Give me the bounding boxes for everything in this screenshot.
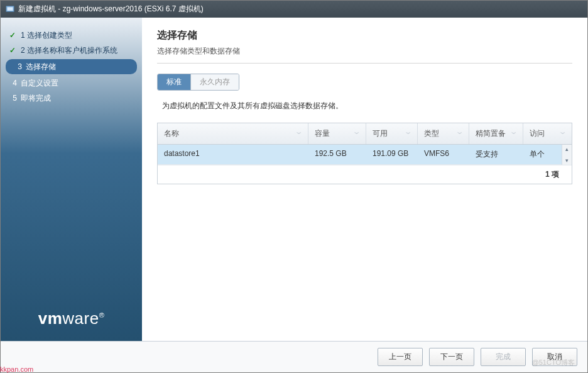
source-watermark: kkpan.com [0,365,33,373]
step-4: 4 自定义设置 [1,75,142,91]
next-button[interactable]: 下一页 [429,348,474,366]
cell-thin: 受支持 [469,145,523,164]
step-label: 自定义设置 [21,78,58,89]
finish-button: 完成 [481,348,526,366]
dialog-footer: 上一页 下一页 完成 取消 @51CTO博客 [1,341,587,372]
table-body: datastore1 192.5 GB 191.09 GB VMFS6 受支持 … [158,145,572,165]
page-title: 选择存储 [157,29,572,42]
step-label: 选择存储 [26,62,56,72]
table-footer: 1 项 [158,165,572,184]
divider [157,63,572,64]
vm-icon [6,5,14,14]
svg-rect-1 [8,7,13,10]
col-header-type[interactable]: 类型﹀ [418,123,469,144]
check-icon: ✓ [8,46,17,55]
scroll-down-icon[interactable]: ▾ [565,157,569,164]
step-label: 选择名称和客户机操作系统 [27,45,117,56]
sidebar: ✓ 1 选择创建类型 ✓ 2 选择名称和客户机操作系统 3 选择存储 4 自定义… [1,18,142,341]
col-header-name[interactable]: 名称﹀ [158,123,308,144]
step-2[interactable]: ✓ 2 选择名称和客户机操作系统 [1,43,142,58]
check-icon: ✓ [8,31,17,40]
cell-type: VMFS6 [418,145,469,164]
dialog-body: ✓ 1 选择创建类型 ✓ 2 选择名称和客户机操作系统 3 选择存储 4 自定义… [1,18,587,341]
scroll-arrows: ▴ ▾ [562,145,572,165]
sort-icon: ﹀ [297,130,302,137]
row-count: 1 项 [545,169,559,180]
step-3-current[interactable]: 3 选择存储 [6,59,137,74]
step-label: 选择创建类型 [27,30,72,41]
col-header-access[interactable]: 访问﹀ [523,123,572,144]
table-row[interactable]: datastore1 192.5 GB 191.09 GB VMFS6 受支持 … [158,145,572,165]
col-header-free[interactable]: 可用﹀ [366,123,418,144]
description-text: 为虚拟机的配置文件及其所有虚拟磁盘选择数据存储。 [162,101,572,111]
table-header: 名称﹀ 容量﹀ 可用﹀ 类型﹀ 精简置备﹀ 访问﹀ [158,123,572,145]
step-5: 5 即将完成 [1,91,142,106]
scroll-up-icon[interactable]: ▴ [565,146,569,152]
tab-persistent[interactable]: 永久内存 [191,74,239,90]
sort-icon: ﹀ [406,130,411,137]
prev-button[interactable]: 上一页 [378,348,423,366]
sort-icon: ﹀ [560,130,565,137]
col-header-capacity[interactable]: 容量﹀ [308,123,366,144]
col-header-thin[interactable]: 精简置备﹀ [469,123,523,144]
cell-name: datastore1 [158,145,308,164]
step-label: 即将完成 [21,93,51,104]
sort-icon: ﹀ [457,130,462,137]
main-panel: 选择存储 选择存储类型和数据存储 标准 永久内存 为虚拟机的配置文件及其所有虚拟… [142,18,587,341]
sort-icon: ﹀ [354,130,359,137]
cancel-button[interactable]: 取消 [532,348,577,366]
titlebar: 新建虚拟机 - zg-windows-server2016 (ESXi 6.7 … [1,1,587,18]
wizard-window: 新建虚拟机 - zg-windows-server2016 (ESXi 6.7 … [0,0,588,373]
datastore-table: 名称﹀ 容量﹀ 可用﹀ 类型﹀ 精简置备﹀ 访问﹀ datastore1 192… [157,123,572,184]
titlebar-text: 新建虚拟机 - zg-windows-server2016 (ESXi 6.7 … [18,4,204,14]
sort-icon: ﹀ [511,130,516,137]
step-1[interactable]: ✓ 1 选择创建类型 [1,28,142,43]
cell-capacity: 192.5 GB [308,145,366,164]
vmware-logo: vmware® [1,309,142,328]
storage-type-tabs: 标准 永久内存 [157,74,239,91]
cell-free: 191.09 GB [366,145,418,164]
tab-standard[interactable]: 标准 [158,74,191,90]
page-subtitle: 选择存储类型和数据存储 [157,46,572,57]
